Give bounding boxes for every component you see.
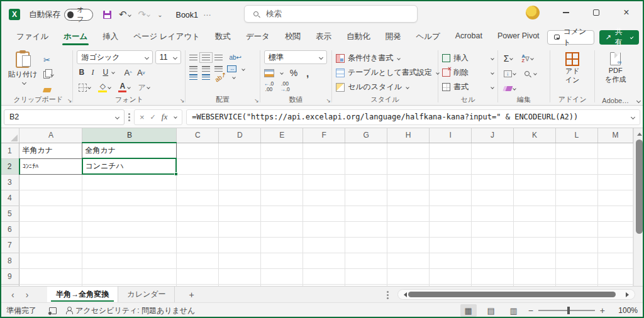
cell-M3[interactable] [597, 174, 633, 190]
cut-button[interactable]: ✂ [42, 53, 55, 67]
column-header-L[interactable]: L [555, 128, 597, 143]
cell-J4[interactable] [472, 190, 514, 206]
user-avatar[interactable] [526, 6, 540, 19]
page-break-view-button[interactable]: ▥ [506, 304, 522, 317]
cell-G4[interactable] [345, 190, 387, 206]
autosave-toggle[interactable]: オフ [64, 9, 93, 21]
cell-I4[interactable] [430, 190, 472, 206]
percent-format-button[interactable]: % [288, 66, 299, 80]
close-button[interactable]: × [614, 4, 639, 21]
redo-button[interactable]: ↷ [138, 9, 150, 20]
row-header-5[interactable]: 5 [0, 206, 19, 221]
cell-B6[interactable] [82, 221, 177, 237]
row-header-1[interactable]: 1 [0, 143, 19, 158]
cell-K1[interactable] [514, 143, 556, 158]
ribbon-tab-9[interactable]: 開発 [377, 28, 408, 47]
cell-E6[interactable] [261, 221, 303, 237]
decrease-font-button[interactable]: Av [135, 65, 147, 79]
cell-E2[interactable] [261, 158, 303, 174]
clear-button[interactable] [502, 82, 518, 96]
confirm-entry-icon[interactable]: ✓ [150, 113, 156, 121]
cell-I6[interactable] [430, 221, 472, 237]
decrease-indent-button[interactable] [189, 74, 197, 80]
sort-filter-button[interactable]: AZ ∇ [519, 52, 535, 65]
cell-A3[interactable] [19, 174, 82, 190]
horizontal-scroll-thumb[interactable] [408, 292, 616, 297]
cell-F6[interactable] [303, 221, 345, 237]
cell-I3[interactable] [430, 174, 472, 190]
column-header-D[interactable]: D [219, 128, 261, 143]
cell-J1[interactable] [472, 143, 514, 158]
borders-button[interactable] [77, 80, 92, 94]
accessibility-status[interactable]: アクセシビリティ: 問題ありません [75, 305, 195, 316]
cell-J9[interactable] [472, 268, 514, 284]
cell-G3[interactable] [345, 174, 387, 190]
font-size-select[interactable]: 11 [155, 50, 182, 64]
row-header-8[interactable]: 8 [0, 253, 19, 268]
conditional-formatting-button[interactable]: 条件付き書式 [336, 52, 439, 65]
cell-C4[interactable] [177, 190, 219, 206]
align-bottom-button[interactable] [214, 55, 223, 60]
cell-E5[interactable] [261, 206, 303, 221]
cell-A7[interactable] [19, 237, 82, 253]
cell-H9[interactable] [387, 268, 430, 284]
comma-format-button[interactable]: , [304, 66, 311, 80]
cell-H4[interactable] [387, 190, 430, 206]
align-left-button[interactable] [189, 66, 197, 72]
cell-B9[interactable] [82, 268, 177, 284]
sheet-prev-button[interactable]: ‹ [11, 290, 14, 300]
cell-H6[interactable] [387, 221, 430, 237]
cell-D5[interactable] [219, 206, 261, 221]
cell-M2[interactable] [597, 158, 633, 174]
page-layout-view-button[interactable]: ▤ [483, 304, 499, 317]
cell-C5[interactable] [177, 206, 219, 221]
cell-C8[interactable] [177, 253, 219, 268]
cell-K7[interactable] [514, 237, 556, 253]
add-sheet-button[interactable]: + [175, 287, 208, 302]
format-cells-button[interactable]: 書式 [442, 80, 494, 94]
cell-K6[interactable] [514, 221, 556, 237]
cell-C7[interactable] [177, 237, 219, 253]
tab-scroll-divider[interactable] [387, 294, 389, 296]
bold-button[interactable]: B [77, 65, 88, 79]
ribbon-tab-3[interactable]: ページ レイアウト [126, 28, 208, 47]
font-name-select[interactable]: 游ゴシック [77, 50, 152, 64]
minimize-button[interactable] [553, 4, 579, 21]
cell-L5[interactable] [555, 206, 597, 221]
formula-input[interactable]: =WEBSERVICE("https://api.excelapi.org/la… [186, 109, 640, 125]
fill-color-button[interactable]: ◇ [96, 80, 113, 94]
cell-C2[interactable] [177, 158, 219, 174]
cell-D8[interactable] [219, 253, 261, 268]
cell-G8[interactable] [345, 253, 387, 268]
row-header-6[interactable]: 6 [0, 221, 19, 237]
cell-I9[interactable] [430, 268, 472, 284]
cell-L7[interactable] [555, 237, 597, 253]
format-as-table-button[interactable]: テーブルとして書式設定 [336, 66, 439, 79]
excel-app-icon[interactable]: X [9, 9, 20, 20]
cell-A6[interactable] [19, 221, 82, 237]
row-header-3[interactable]: 3 [0, 174, 19, 190]
copy-button[interactable] [42, 68, 55, 82]
orientation-button[interactable]: ab↗ [214, 70, 228, 83]
cell-I1[interactable] [430, 143, 472, 158]
row-header-4[interactable]: 4 [0, 190, 19, 206]
autosave-control[interactable]: 自動保存 オフ [29, 9, 93, 21]
cell-A5[interactable] [19, 206, 82, 221]
macro-record-icon[interactable] [49, 307, 57, 314]
column-header-C[interactable]: C [177, 128, 219, 143]
cell-F4[interactable] [303, 190, 345, 206]
collapse-ribbon-button[interactable] [636, 99, 641, 103]
search-input[interactable]: 検索 [244, 5, 418, 23]
paste-button[interactable]: 貼り付け [8, 50, 38, 84]
autosum-button[interactable]: Σ [502, 52, 515, 65]
find-select-button[interactable] [523, 67, 538, 80]
cell-A4[interactable] [19, 190, 82, 206]
column-header-M[interactable]: M [597, 128, 633, 143]
cell-D4[interactable] [219, 190, 261, 206]
cell-H3[interactable] [387, 174, 430, 190]
save-icon[interactable] [103, 11, 111, 19]
increase-indent-button[interactable] [202, 74, 210, 80]
cell-D9[interactable] [219, 268, 261, 284]
qat-customize-button[interactable]: ⌄ [157, 11, 162, 18]
cell-styles-button[interactable]: セルのスタイル [336, 80, 439, 94]
